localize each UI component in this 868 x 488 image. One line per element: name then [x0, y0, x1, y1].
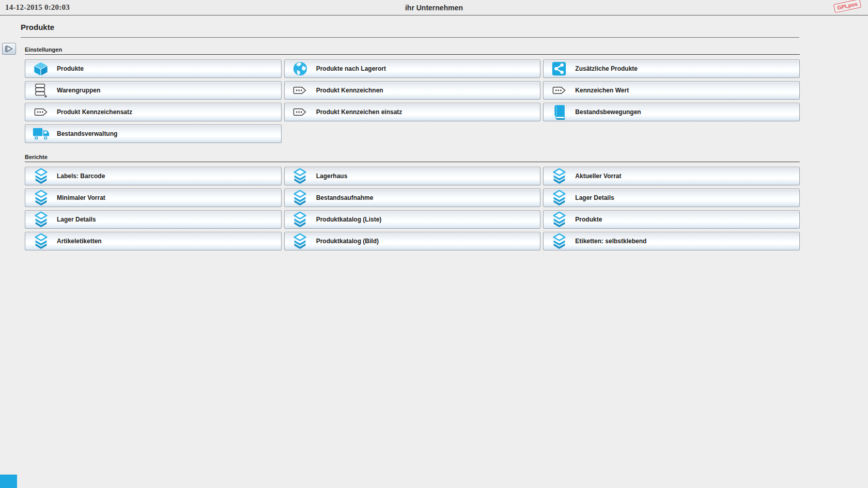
button-produkt-kennzeichen-einsatz[interactable]: Produkt Kennzeichen einsatz — [284, 103, 541, 121]
company-name: ihr Unternehmen — [405, 4, 463, 12]
button-produktkatalog-liste[interactable]: Produktkatalog (Liste) — [284, 210, 541, 229]
page-title: Produkte — [21, 23, 868, 32]
layers-icon — [32, 211, 50, 228]
layers-icon — [32, 233, 50, 249]
button-label: Bestandsverwaltung — [57, 130, 117, 137]
button-bestandsverwaltung[interactable]: Bestandsverwaltung — [25, 124, 282, 143]
menu-panel: EinstellungenProdukteProdukte nach Lager… — [25, 46, 800, 250]
button-label: Bestandsbewegungen — [575, 108, 641, 116]
button-produktkatalog-bild[interactable]: Produktkatalog (Bild) — [284, 232, 541, 250]
button-produkt-kennzeichensatz[interactable]: Produkt Kennzeichensatz — [25, 103, 282, 121]
button-label: Aktueller Vorrat — [575, 172, 621, 180]
button-label: Produkte nach Lagerort — [316, 65, 386, 72]
cube-icon — [32, 61, 50, 76]
clock-datetime: 14-12-2015 0:20:03 — [5, 3, 70, 12]
section-einstellungen: EinstellungenProdukteProdukte nach Lager… — [25, 46, 800, 143]
section-label: Einstellungen — [25, 46, 800, 55]
button-grid: Labels: BarcodeLagerhausAktueller Vorrat… — [25, 167, 800, 250]
layers-icon — [32, 190, 50, 206]
button-label: Produktkatalog (Bild) — [316, 238, 379, 245]
section-label: Berichte — [25, 154, 800, 162]
button-label: Bestandsaufnahme — [316, 194, 374, 201]
layers-icon — [291, 233, 309, 249]
layers-icon — [291, 168, 309, 184]
tag-dots-icon — [32, 108, 50, 116]
topbar: 14-12-2015 0:20:03 ihr Unternehmen GPLpo… — [0, 0, 868, 15]
button-lagerhaus[interactable]: Lagerhaus — [284, 167, 541, 185]
button-label: Produkt Kennzeichen einsatz — [316, 108, 402, 116]
button-labels-barcode[interactable]: Labels: Barcode — [25, 167, 282, 185]
layers-icon — [291, 211, 309, 228]
truck-icon — [32, 127, 50, 141]
tag-dots-icon — [291, 108, 309, 116]
layers-icon — [291, 190, 309, 206]
button-lager-details[interactable]: Lager Details — [543, 188, 800, 207]
button-label: Produkt Kennzeichensatz — [57, 108, 132, 116]
button-label: Zusätzliche Produkte — [575, 65, 638, 72]
layers-icon — [32, 168, 50, 184]
button-lager-details[interactable]: Lager Details — [25, 210, 282, 229]
button-label: Artikeletiketten — [57, 238, 102, 245]
gplpos-logo: GPLpos — [833, 0, 862, 13]
tag-dots-icon — [550, 86, 568, 95]
button-label: Etiketten: selbstklebend — [575, 238, 646, 245]
button-label: Kennzeichen Wert — [575, 87, 629, 94]
title-divider — [21, 37, 799, 38]
share-icon — [550, 61, 568, 76]
button-bestandsaufnahme[interactable]: Bestandsaufnahme — [284, 188, 541, 207]
button-bestandsbewegungen[interactable]: Bestandsbewegungen — [543, 103, 800, 121]
button-zusätzliche-produkte[interactable]: Zusätzliche Produkte — [543, 59, 800, 78]
button-produkte[interactable]: Produkte — [543, 210, 800, 229]
button-etiketten-selbstklebend[interactable]: Etiketten: selbstklebend — [543, 232, 800, 250]
button-label: Produkt Kennzeichnen — [316, 87, 383, 94]
layers-icon — [550, 211, 568, 228]
play-icon — [5, 45, 13, 53]
layers-icon — [550, 168, 568, 184]
button-aktueller-vorrat[interactable]: Aktueller Vorrat — [543, 167, 800, 185]
button-label: Produktkatalog (Liste) — [316, 216, 382, 223]
button-label: Labels: Barcode — [57, 172, 105, 180]
tag-dots-icon — [291, 86, 309, 95]
button-label: Produkte — [57, 65, 84, 72]
button-warengruppen[interactable]: Warengruppen — [25, 81, 282, 100]
button-label: Warengruppen — [57, 87, 100, 94]
bottom-left-blue-square[interactable] — [0, 475, 17, 488]
button-grid: ProdukteProdukte nach LagerortZusätzlich… — [25, 59, 800, 143]
button-label: Lager Details — [57, 216, 96, 223]
globe-icon — [291, 61, 309, 76]
button-label: Lagerhaus — [316, 172, 348, 180]
button-produkte[interactable]: Produkte — [25, 59, 282, 78]
book-icon — [550, 104, 568, 120]
button-minimaler-vorrat[interactable]: Minimaler Vorrat — [25, 188, 282, 207]
button-kennzeichen-wert[interactable]: Kennzeichen Wert — [543, 81, 800, 100]
button-artikeletiketten[interactable]: Artikeletiketten — [25, 232, 282, 250]
expand-menu-button[interactable] — [2, 43, 16, 55]
section-berichte: BerichteLabels: BarcodeLagerhausAktuelle… — [25, 154, 800, 250]
button-label: Produkte — [575, 216, 602, 223]
button-produkt-kennzeichnen[interactable]: Produkt Kennzeichnen — [284, 81, 541, 100]
layers-icon — [550, 233, 568, 249]
stack-add-icon — [32, 83, 50, 98]
button-label: Minimaler Vorrat — [57, 194, 105, 201]
layers-icon — [550, 190, 568, 206]
button-label: Lager Details — [575, 194, 614, 201]
button-produkte-nach-lagerort[interactable]: Produkte nach Lagerort — [284, 59, 541, 78]
